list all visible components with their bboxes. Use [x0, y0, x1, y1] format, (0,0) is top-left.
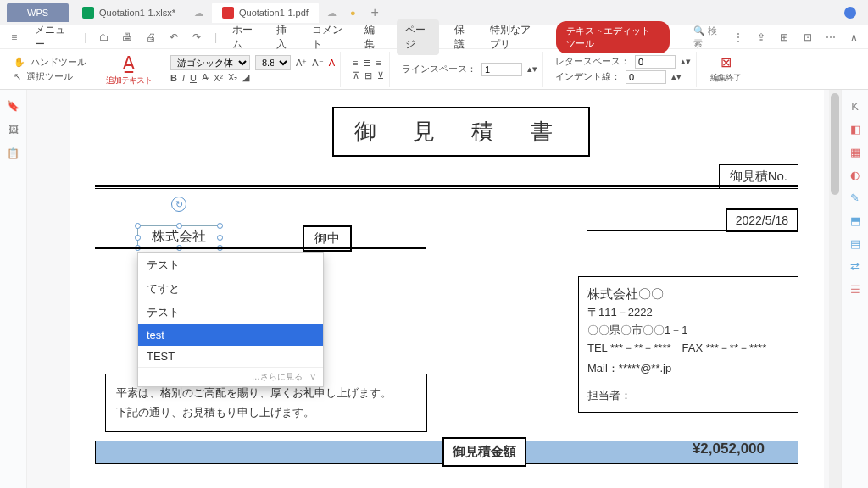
tool-icon[interactable]: ☰	[850, 283, 860, 296]
document-title: 御 見 積 書	[332, 107, 590, 157]
resize-handle[interactable]	[217, 223, 223, 229]
menu-insert[interactable]: 挿入	[273, 23, 297, 52]
tool-icon[interactable]: ✎	[850, 191, 860, 204]
chevron-icon[interactable]: ∧	[849, 31, 860, 43]
clipboard-icon[interactable]: 📋	[7, 147, 19, 159]
tool-icon[interactable]: ⇄	[850, 260, 860, 273]
menu-comment[interactable]: コメント	[309, 23, 349, 52]
content-area: 🔖 🖼 📋 御 見 積 書 御見積No. 2022/5/18 ↻ 株式会社	[0, 90, 868, 488]
search-input[interactable]: 🔍 検索	[693, 25, 721, 50]
new-tab-button[interactable]: +	[371, 5, 379, 20]
tab-xlsx[interactable]: Quotation1-1.xlsx*	[72, 3, 186, 23]
add-text-button[interactable]: A̲ 追加テキスト	[99, 53, 159, 86]
resize-handle[interactable]	[217, 235, 223, 241]
company-mail: Mail：*****@**.jp	[579, 358, 798, 380]
valign-mid-icon[interactable]: ⊟	[364, 70, 372, 81]
k-icon[interactable]: K	[851, 100, 859, 113]
toolbar: ✋ハンドツール ↖選択ツール A̲ 追加テキスト 游ゴシック体 8.8 A⁺ A…	[0, 49, 868, 90]
rotate-handle[interactable]: ↻	[171, 197, 186, 212]
indent-input[interactable]	[626, 70, 666, 84]
company-tel: TEL ***－**－**** FAX ***－**－****	[587, 340, 789, 358]
shrink-font-icon[interactable]: A⁻	[312, 58, 323, 69]
stepper-icon[interactable]: ▴▾	[681, 56, 691, 67]
valign-top-icon[interactable]: ⊼	[353, 70, 359, 81]
date-box: 2022/5/18	[726, 208, 798, 232]
menu-textedit[interactable]: テキストエディットツール	[556, 21, 670, 53]
redo-icon[interactable]: ↷	[192, 31, 203, 43]
hand-tool[interactable]: ハンドツール	[31, 56, 86, 69]
resize-handle[interactable]	[176, 223, 182, 229]
pdf-icon	[222, 7, 234, 19]
image-icon[interactable]: 🖼	[8, 124, 19, 136]
menu-protect[interactable]: 保護	[451, 23, 475, 52]
finish-edit-button[interactable]: ⊠ 編集終了	[704, 54, 748, 84]
menu-special[interactable]: 特別なアプリ	[487, 23, 544, 52]
account-avatar[interactable]	[844, 7, 856, 19]
ime-candidate[interactable]: テスト	[138, 253, 323, 277]
greeting-line: 平素は、格別のご高配を賜り、厚くお礼申し上げます。	[116, 383, 416, 402]
ime-candidate[interactable]: テスト	[138, 301, 323, 324]
divider	[587, 230, 798, 231]
bold-icon[interactable]: B	[170, 73, 177, 83]
ime-candidate[interactable]: TEST	[138, 346, 323, 367]
underline-icon[interactable]: U	[190, 73, 197, 83]
print-icon[interactable]: 🖨	[145, 31, 156, 43]
overflow-icon[interactable]: ⋯	[825, 31, 836, 43]
align-center-icon[interactable]: ≣	[363, 58, 370, 69]
undo-icon[interactable]: ↶	[168, 31, 179, 43]
greeting-box: 平素は、格別のご高配を賜り、厚くお礼申し上げます。 下記の通り、お見積もり申し上…	[105, 374, 427, 432]
text-edit-box[interactable]: ↻ 株式会社	[137, 225, 220, 248]
letterspace-label: レタースペース：	[555, 55, 630, 68]
scrollbar[interactable]	[829, 90, 841, 488]
ime-candidate[interactable]: てすと	[138, 277, 323, 301]
superscript-icon[interactable]: X²	[214, 73, 223, 83]
tool-icon[interactable]: ▦	[850, 146, 860, 158]
menu-button[interactable]: メニュー	[31, 23, 72, 52]
grow-font-icon[interactable]: A⁺	[296, 58, 307, 69]
align-right-icon[interactable]: ≡	[376, 58, 381, 68]
ime-candidate-selected[interactable]: test	[138, 324, 323, 346]
stepper-icon[interactable]: ▴▾	[527, 64, 537, 75]
help-icon[interactable]: ⊡	[802, 31, 813, 43]
share-icon[interactable]: ⇪	[755, 31, 766, 43]
tool-icon[interactable]: ▤	[850, 237, 860, 250]
folder-icon[interactable]: 🗀	[98, 31, 109, 43]
tool-icon[interactable]: ◧	[850, 123, 860, 136]
tool-icon[interactable]: ⬒	[850, 214, 860, 227]
editing-text: 株式会社	[152, 229, 206, 243]
menu-edit[interactable]: 編集	[361, 23, 385, 52]
stepper-icon[interactable]: ▴▾	[671, 71, 682, 82]
resize-handle[interactable]	[135, 235, 141, 241]
font-size-select[interactable]: 8.8	[255, 55, 291, 70]
company-name: 株式会社〇〇	[587, 284, 789, 304]
hamburger-icon[interactable]: ≡	[8, 31, 19, 43]
font-color-icon[interactable]: A	[329, 58, 335, 68]
select-tool-icon: ↖	[14, 71, 21, 82]
document-canvas[interactable]: 御 見 積 書 御見積No. 2022/5/18 ↻ 株式会社 御中	[27, 90, 841, 488]
subscript-icon[interactable]: X₂	[228, 72, 237, 83]
resize-handle[interactable]	[135, 223, 141, 229]
ime-candidate-list: テスト てすと テスト test TEST …さらに見る ∨	[137, 252, 324, 387]
bookmark-icon[interactable]: 🔖	[7, 100, 19, 112]
font-select[interactable]: 游ゴシック体	[170, 55, 250, 70]
more-icon[interactable]: ⋮	[732, 31, 743, 43]
tab-wps[interactable]: WPS	[7, 3, 69, 22]
strike-icon[interactable]: A̶	[202, 72, 209, 83]
valign-bot-icon[interactable]: ⊻	[377, 70, 384, 81]
linespace-input[interactable]	[481, 63, 522, 76]
greeting-line: 下記の通り、お見積もり申し上げます。	[116, 402, 416, 422]
settings-icon[interactable]: ⊞	[779, 31, 790, 43]
menu-home[interactable]: ホーム	[229, 23, 261, 52]
align-left-icon[interactable]: ≡	[353, 58, 358, 68]
tool-icon[interactable]: ◐	[850, 169, 860, 181]
highlight-icon[interactable]: ◢	[242, 72, 249, 83]
select-tool[interactable]: 選択ツール	[26, 70, 73, 83]
menu-page[interactable]: ページ	[397, 19, 439, 55]
save-icon[interactable]: 🖶	[122, 31, 133, 43]
tab-pdf[interactable]: Quotation1-1.pdf	[212, 3, 319, 23]
left-sidebar: 🔖 🖼 📋	[0, 90, 27, 488]
italic-icon[interactable]: I	[182, 73, 185, 83]
scrollbar-thumb[interactable]	[831, 93, 839, 195]
letterspace-input[interactable]	[635, 55, 676, 69]
pdf-page: 御 見 積 書 御見積No. 2022/5/18 ↻ 株式会社 御中	[70, 90, 824, 488]
